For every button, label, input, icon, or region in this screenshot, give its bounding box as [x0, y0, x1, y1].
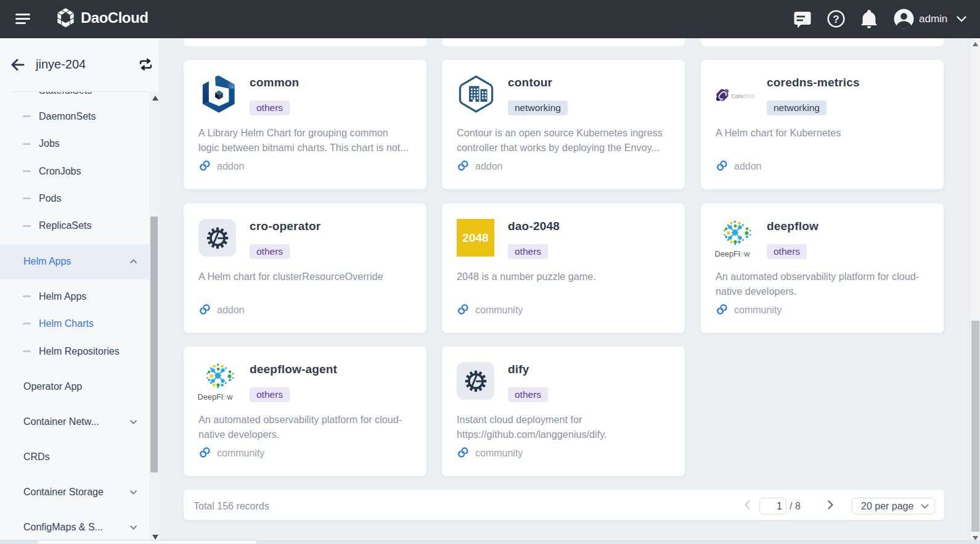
svg-text:w: w	[226, 392, 233, 402]
svg-text:CoreDNS: CoreDNS	[732, 93, 756, 99]
svg-text:DeepFl: DeepFl	[715, 249, 740, 258]
svg-text:?: ?	[833, 14, 839, 25]
svg-text:w: w	[743, 249, 750, 258]
svg-text:DeepFl: DeepFl	[198, 392, 223, 402]
